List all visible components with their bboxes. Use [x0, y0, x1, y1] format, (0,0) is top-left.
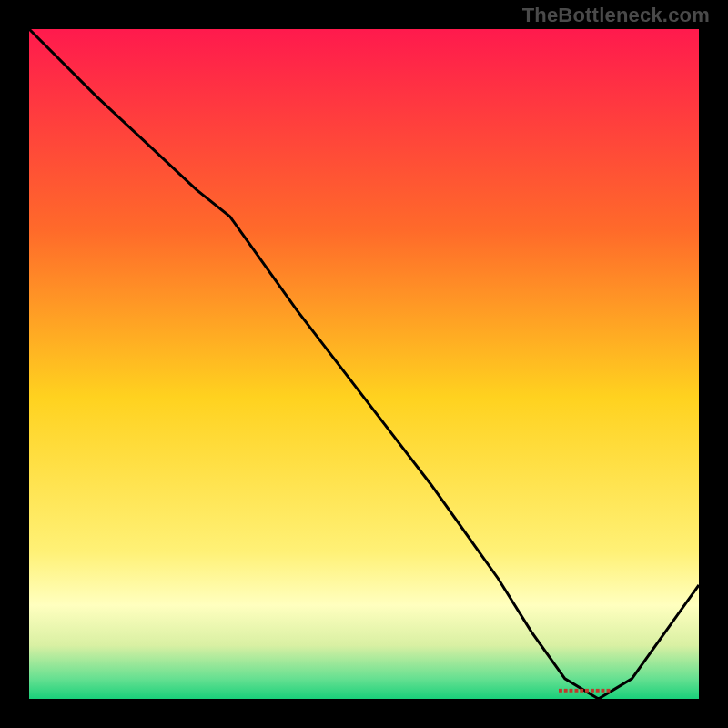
- chart-frame: TheBottleneck.com ■■■■■■■■■■: [0, 0, 728, 728]
- chart-svg: ■■■■■■■■■■: [29, 29, 699, 699]
- watermark-text: TheBottleneck.com: [522, 4, 710, 27]
- optimal-marker: ■■■■■■■■■■: [559, 686, 612, 694]
- plot-area: ■■■■■■■■■■: [29, 29, 699, 699]
- gradient-background: [29, 29, 699, 699]
